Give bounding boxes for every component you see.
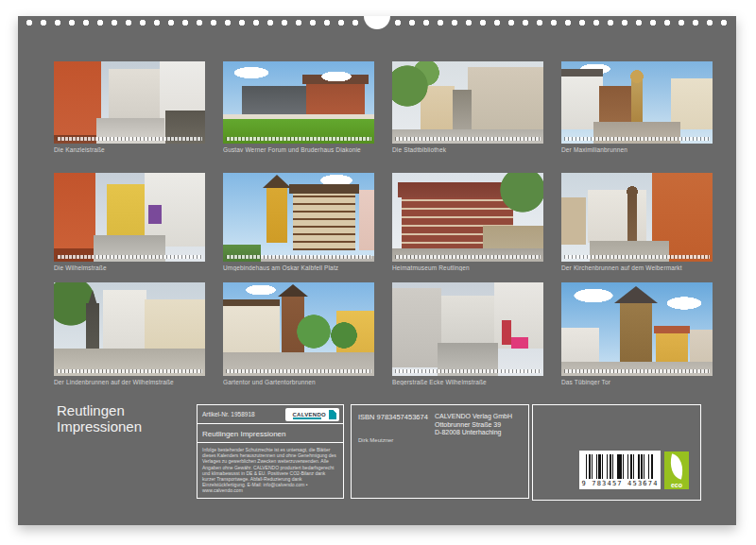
photo-grid-row-1: Die Kanzleistraße Gustav Werner Forum un… <box>54 61 715 153</box>
author-credit: Dirk Meutzner <box>358 437 393 443</box>
calendar-title-line-1: Reutlingen <box>57 403 142 419</box>
photo-caption: Die Stadtbibliothek <box>392 146 543 153</box>
calendar-title: Reutlingen Impressionen <box>57 403 142 434</box>
eco-logo: eco <box>664 451 689 489</box>
isbn-number: ISBN 9783457453674 <box>358 413 428 421</box>
photo-heimatmuseum <box>392 173 543 262</box>
photo-umgebindehaus <box>223 173 374 262</box>
artikel-nr: Artikel-Nr. 1958918 <box>202 411 255 417</box>
photo-die-kanzleistrasse <box>54 61 205 144</box>
photo-caption: Gartentor und Gartentorbrunnen <box>223 379 374 385</box>
photo-caption: Umgebindehaus am Oskar Kalbfell Platz <box>223 264 374 271</box>
product-info-box: Artikel-Nr. 1958918 CALVENDO Reutlingen … <box>197 404 344 499</box>
photo-caption: Gustav Werner Forum und Bruderhaus Diako… <box>223 146 374 153</box>
photo-stadtbibliothek <box>392 61 543 144</box>
hanging-notch <box>364 16 390 29</box>
photo-cell: Der Kirchenbrunnen auf dem Weibermarkt <box>561 173 713 271</box>
photo-cell: Heimatmuseum Reutlingen <box>392 173 543 271</box>
photo-wilhelmstrasse <box>54 173 205 262</box>
photo-gartentor <box>223 282 374 376</box>
photo-lindenbrunnen <box>54 282 205 376</box>
publisher-address-line: CALVENDO Verlag GmbH <box>435 413 512 421</box>
photo-maximilianbrunnen <box>561 61 713 144</box>
calvendo-calendar-icon <box>329 410 336 419</box>
barcode-digits: 9 783457 453674 <box>579 480 661 487</box>
photo-gustav-werner-forum <box>223 61 374 144</box>
photo-cell: Gustav Werner Forum und Bruderhaus Diako… <box>223 61 374 153</box>
calendar-back-page: Die Kanzleistraße Gustav Werner Forum un… <box>18 16 736 525</box>
photo-cell: Umgebindehaus am Oskar Kalbfell Platz <box>223 173 374 271</box>
calendar-title-line-2: Impressionen <box>57 419 142 435</box>
ean-barcode: 9 783457 453674 <box>579 451 661 489</box>
photo-tuebinger-tor <box>561 282 713 376</box>
photo-cell: Die Stadtbibliothek <box>392 61 543 153</box>
photo-caption: Begerstraße Ecke Wilhelmstraße <box>392 379 543 385</box>
publisher-address: CALVENDO Verlag GmbH Ottobrunner Straße … <box>435 413 512 437</box>
photo-caption: Das Tübinger Tor <box>561 379 713 385</box>
publisher-address-line: Ottobrunner Straße 39 <box>435 421 512 430</box>
publisher-box: ISBN 9783457453674 CALVENDO Verlag GmbH … <box>351 404 529 499</box>
barcode-bars-icon <box>586 454 654 479</box>
photo-caption: Der Maximilianbrunnen <box>561 146 713 153</box>
calvendo-logo-tagline <box>293 417 321 419</box>
calvendo-logo: CALVENDO <box>285 408 339 421</box>
photo-caption: Heimatmuseum Reutlingen <box>392 264 543 271</box>
legal-text: Infolge bestehender Schutzrechte ist es … <box>198 443 343 498</box>
calvendo-logo-text: CALVENDO <box>292 412 326 417</box>
eco-leaf-icon <box>666 453 686 479</box>
photo-caption: Die Wilhelmstraße <box>54 264 205 271</box>
product-info-header: Artikel-Nr. 1958918 CALVENDO <box>198 405 343 424</box>
photo-caption: Der Lindenbrunnen auf der Wilhelmstraße <box>54 379 205 385</box>
barcode-box: 9 783457 453674 eco <box>532 404 701 501</box>
photo-cell: Das Tübinger Tor <box>561 282 713 385</box>
photo-grid-row-2: Die Wilhelmstraße Umgebindehaus am Oskar… <box>54 173 715 271</box>
photo-cell: Der Lindenbrunnen auf der Wilhelmstraße <box>54 282 205 385</box>
photo-cell: Gartentor und Gartentorbrunnen <box>223 282 374 385</box>
photo-grid-row-3: Der Lindenbrunnen auf der Wilhelmstraße … <box>54 282 715 385</box>
photo-cell: Begerstraße Ecke Wilhelmstraße <box>392 282 543 385</box>
publisher-address-line: D-82008 Unterhaching <box>435 429 512 437</box>
photo-caption: Der Kirchenbrunnen auf dem Weibermarkt <box>561 264 713 271</box>
photo-kirchenbrunnen <box>561 173 713 262</box>
photo-cell: Die Wilhelmstraße <box>54 173 205 271</box>
eco-label: eco <box>664 482 689 488</box>
photo-caption: Die Kanzleistraße <box>54 146 205 153</box>
photo-begerstrasse <box>392 282 543 376</box>
calendar-back-cover-photo: Die Kanzleistraße Gustav Werner Forum un… <box>0 0 756 545</box>
photo-cell: Der Maximilianbrunnen <box>561 61 713 153</box>
calendar-title-small: Reutlingen Impressionen <box>198 424 343 443</box>
photo-cell: Die Kanzleistraße <box>54 61 205 153</box>
